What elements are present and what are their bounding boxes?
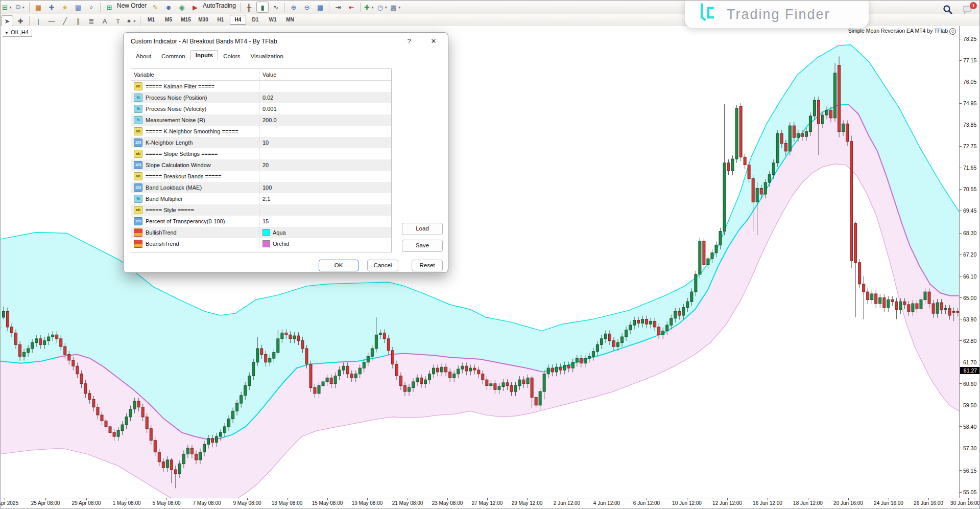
dropdown-arrow-icon[interactable]: ▼ (133, 19, 136, 23)
table-row[interactable]: ½Band Multiplier2.1 (131, 193, 391, 204)
cursor-icon[interactable]: ➤ (1, 15, 13, 27)
cancel-button[interactable]: Cancel (367, 260, 398, 271)
color-swatch (262, 240, 270, 247)
value-cell[interactable]: 2.1 (259, 193, 391, 204)
candle-up (424, 380, 427, 384)
table-row[interactable]: 123Band Lookback (MAE)100 (131, 182, 391, 193)
search-icon[interactable] (943, 5, 953, 17)
templates-icon[interactable]: ▩▼ (390, 2, 402, 13)
table-row[interactable]: BullishTrendAqua (131, 227, 391, 238)
tile-windows-icon[interactable]: ▦ (314, 2, 326, 13)
symbol-tab[interactable]: ▼OIL,H4 (3, 29, 32, 37)
value-cell[interactable]: 10 (259, 137, 391, 148)
timeframe-m15[interactable]: M15 (178, 15, 194, 25)
table-row[interactable]: ½Measurement Noise (R)200.0 (131, 114, 391, 126)
tab-visualization[interactable]: Visualization (245, 51, 288, 61)
value-cell[interactable]: 20 (259, 159, 391, 171)
text-icon[interactable]: A (99, 15, 111, 27)
experts-icon[interactable]: ☻ (162, 2, 175, 13)
vertical-line-icon[interactable]: | (32, 15, 44, 27)
timeframe-w1[interactable]: W1 (265, 15, 281, 25)
timeframe-h4[interactable]: H4 (230, 15, 246, 25)
indicators-icon[interactable]: ✚▼ (363, 2, 375, 13)
ok-button[interactable]: OK (319, 260, 358, 271)
load-button[interactable]: Load (402, 223, 443, 235)
tab-inputs[interactable]: Inputs (190, 50, 219, 60)
value-cell[interactable] (259, 126, 391, 137)
reset-button[interactable]: Reset (412, 260, 443, 271)
dropdown-arrow-icon[interactable]: ▼ (371, 6, 374, 9)
navigator-icon[interactable]: ★ (59, 2, 71, 13)
dropdown-arrow-icon[interactable]: ▼ (384, 6, 388, 9)
table-row[interactable]: ab===== Style ===== (131, 204, 391, 216)
timeframe-m1[interactable]: M1 (143, 15, 159, 25)
table-row[interactable]: ½Process Noise (Velocity)0.001 (131, 103, 391, 114)
value-cell[interactable]: 100 (259, 182, 391, 193)
period-icon[interactable]: ◷▼ (376, 2, 389, 13)
price-axis[interactable]: 78.2577.1576.0574.9573.8572.7571.6570.55… (959, 26, 980, 498)
fibonacci-icon[interactable]: ≣ (85, 15, 98, 27)
arrows-icon[interactable]: ✦▼ (125, 15, 137, 27)
close-button[interactable]: ✕ (426, 36, 441, 47)
horizontal-line-icon[interactable]: ― (45, 15, 58, 27)
dropdown-arrow-icon[interactable]: ▼ (21, 6, 25, 9)
ea-smiley-icon[interactable]: ☺ (949, 28, 956, 35)
value-cell[interactable]: 15 (259, 216, 391, 227)
table-row[interactable]: 123Slope Calculation Window20 (131, 159, 391, 171)
tab-colors[interactable]: Colors (218, 51, 245, 61)
value-cell[interactable]: Aqua (259, 227, 391, 238)
tab-common[interactable]: Common (156, 51, 190, 61)
timeframe-h1[interactable]: H1 (212, 15, 229, 25)
table-row[interactable]: ½Process Noise (Position)0.02 (131, 92, 391, 103)
auto-scroll-icon[interactable]: ⇥ (332, 2, 344, 13)
timeframe-d1[interactable]: D1 (247, 15, 264, 25)
value-cell[interactable]: 0.02 (259, 92, 391, 103)
table-row[interactable]: 123Percent of Transperancy(0-100)15 (131, 216, 391, 227)
metaeditor-icon[interactable]: ✎ (149, 2, 161, 13)
zoom-out-icon[interactable]: ⊖ (301, 2, 313, 13)
candlestick-icon[interactable]: ▮ (256, 2, 269, 13)
value-cell[interactable] (259, 148, 391, 159)
label-icon[interactable]: T (112, 15, 124, 27)
channel-icon[interactable]: ∥ (72, 15, 84, 27)
tab-about[interactable]: About (131, 51, 156, 61)
value-cell[interactable]: Orchid (259, 238, 391, 249)
bar-chart-icon[interactable]: ╫ (243, 2, 255, 13)
terminal-icon[interactable]: ▤ (72, 2, 84, 13)
help-button[interactable]: ? (403, 36, 415, 47)
table-row[interactable]: ab===== Slope Settings ===== (131, 148, 391, 159)
table-row[interactable]: ab===== Kalman Filter ===== (131, 81, 391, 92)
strategy-tester-icon[interactable]: ⌕ (85, 2, 98, 13)
new-order-label[interactable]: New Order (117, 2, 147, 9)
timeframe-mn[interactable]: MN (282, 15, 298, 25)
line-chart-icon[interactable]: ∿ (270, 2, 282, 13)
zoom-in-icon[interactable]: ⊕ (288, 2, 300, 13)
timeframe-m5[interactable]: M5 (160, 15, 177, 25)
timeframe-m30[interactable]: M30 (195, 15, 211, 25)
table-row[interactable]: 123K-Neighbor Length10 (131, 137, 391, 148)
value-cell[interactable] (259, 171, 391, 182)
dropdown-arrow-icon[interactable]: ▼ (9, 6, 12, 9)
chart-profiles-icon[interactable]: ⧉▼ (14, 2, 27, 13)
data-window-icon[interactable]: ✚ (45, 2, 58, 13)
news-icon[interactable]: ◉ (176, 2, 188, 13)
save-button[interactable]: Save (402, 240, 443, 252)
value-cell[interactable]: 200.0 (259, 114, 391, 126)
table-row[interactable]: ab===== K-Neighbor Smoothing ===== (131, 126, 391, 137)
table-row[interactable]: ab===== Breakout Bands ===== (131, 171, 391, 182)
value-cell[interactable] (259, 204, 391, 216)
crosshair-icon[interactable]: ✚ (14, 15, 27, 27)
new-order-icon[interactable]: ⊞ (103, 2, 115, 13)
value-cell[interactable]: 0.001 (259, 103, 391, 114)
trendline-icon[interactable]: ╱ (59, 15, 71, 27)
notification-icon[interactable]: 1 (962, 5, 973, 17)
market-watch-icon[interactable]: ▦ (32, 2, 44, 13)
time-axis[interactable]: 23 Apr 202525 Apr 08:0029 Apr 08:001 May… (1, 498, 980, 509)
value-cell[interactable] (259, 81, 391, 92)
chart-shift-icon[interactable]: ⇤ (345, 2, 357, 13)
dropdown-arrow-icon[interactable]: ▼ (398, 6, 401, 9)
table-row[interactable]: BearishTrendOrchid (131, 238, 391, 249)
new-chart-icon[interactable]: ⊞▼ (1, 2, 13, 13)
autotrading-label[interactable]: AutoTrading (203, 2, 236, 9)
autotrading-icon[interactable]: ▶ (189, 2, 201, 13)
